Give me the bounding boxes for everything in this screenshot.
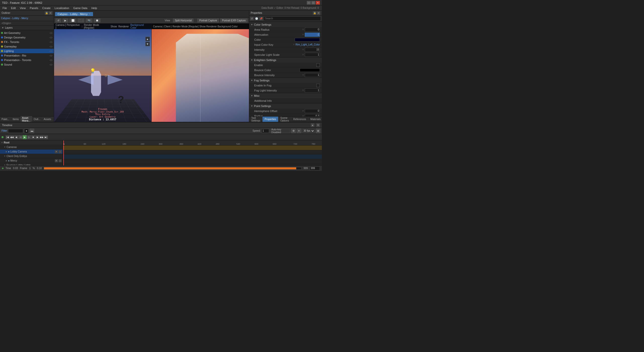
renderer-button[interactable]: Renderer [118, 25, 129, 28]
layer-sound[interactable]: Sound ◁▷ [0, 62, 54, 67]
timeline-expand-button[interactable]: ▲ [311, 123, 314, 127]
props-lock-button[interactable]: 🔒 [313, 11, 316, 15]
outliner-close-button[interactable]: ✕ [49, 11, 52, 15]
menu-create[interactable]: Create [41, 6, 52, 10]
vp-nav-up[interactable]: ▲ [145, 37, 150, 41]
timeline-end-input[interactable] [310, 166, 320, 170]
vp-toolbar-icon-6[interactable]: 🔲 [94, 19, 100, 22]
area-radius-input[interactable] [305, 28, 320, 32]
fog-light-intensity-input[interactable] [305, 88, 320, 92]
tl-btn-5[interactable]: ⊞ [316, 129, 320, 133]
layer-presentation-toronto[interactable]: Presentation - Toronto ◁▷ [0, 58, 54, 62]
intensity-input[interactable] [305, 48, 320, 52]
filter-label[interactable]: Filter [2, 129, 7, 132]
transport-play[interactable]: ▶ [23, 135, 27, 139]
layer-lighting[interactable]: Lighting ◁▷ [0, 49, 54, 53]
show-button[interactable]: Show [111, 25, 117, 28]
fog-settings-header[interactable]: ▼ Fog Settings [249, 78, 322, 83]
filter-input[interactable] [8, 129, 23, 133]
menu-edit[interactable]: Edit [10, 6, 17, 10]
tab-asset-manager[interactable]: Asset Mana... [21, 116, 32, 122]
portrait-capture-button[interactable]: Portrait Capture [197, 19, 219, 22]
vp-toolbar-icon-4[interactable]: ⬛ [78, 19, 84, 22]
props-tab-tool-settings[interactable]: Tool Settings [249, 117, 263, 122]
enlighten-enable-checkbox[interactable] [316, 63, 320, 67]
input-color-key-value[interactable]: Rim_Light_Left_Color [295, 43, 320, 46]
viewport-3d[interactable]: Camera [ Perspective ] | Render Mode [Re… [54, 24, 152, 122]
vp-toolbar-icon-3[interactable]: ⬜ [70, 19, 76, 22]
props-history-button[interactable]: 🕐 [255, 17, 258, 20]
props-tab-scene-options[interactable]: Scene Options [278, 117, 291, 122]
tab-palette[interactable]: Palet... [0, 117, 11, 121]
tl-btn-2[interactable]: ▬ [30, 129, 34, 133]
track-remove-key[interactable]: - [59, 150, 62, 153]
point-settings-header[interactable]: ▼ Point Settings [249, 104, 322, 109]
tl-btn-4[interactable]: ≡ [297, 129, 301, 133]
menu-panels[interactable]: Panels [28, 6, 40, 10]
portrait-exr-button[interactable]: Portrait EXR Capture [220, 19, 247, 22]
enable-in-fog-checkbox[interactable] [316, 84, 320, 87]
track-lobby-camera[interactable]: ▶ ● Lobby Camera + - [0, 149, 63, 154]
menu-help[interactable]: Help [90, 6, 99, 10]
vp-toolbar-icon-1[interactable]: ↺ [56, 19, 61, 22]
auto-key-dropdown[interactable]: Auto-key Disabled [270, 129, 290, 133]
transport-stop[interactable]: ■ [31, 135, 35, 139]
props-tab-references[interactable]: References [291, 117, 308, 122]
transport-next[interactable]: ▷ [27, 135, 31, 139]
hemisphere-offset-input[interactable] [305, 109, 320, 113]
speed-input[interactable] [262, 129, 269, 133]
timeline-close-button[interactable]: ✕ [316, 123, 320, 127]
layer-fx-toronto[interactable]: FX - Toronto ◁▷ [0, 40, 54, 44]
tab-items[interactable]: Items [11, 117, 20, 121]
menu-game-data[interactable]: Game Data [72, 6, 89, 10]
transport-prev[interactable]: ◁ [18, 135, 22, 139]
menu-file[interactable]: File [1, 6, 9, 10]
transport-prev-frame[interactable]: ◀ [14, 135, 18, 139]
transport-prev-key[interactable]: ◀◀ [10, 135, 14, 139]
bg-color-button[interactable]: Background Color [130, 24, 150, 29]
misc-header[interactable]: ▼ Misc [249, 93, 322, 98]
color-settings-header[interactable]: ▼ Color Settings [249, 22, 322, 27]
props-close-button[interactable]: ✕ [317, 11, 320, 15]
layer-art-geometry[interactable]: Art Geometry ◁▷ [0, 31, 54, 35]
bounce-intensity-input[interactable] [305, 73, 320, 77]
properties-search-input[interactable] [264, 16, 321, 21]
outliner-lock-button[interactable]: 🔒 [45, 11, 48, 15]
attenuation-input[interactable] [305, 33, 320, 37]
props-tab-materials[interactable]: Materials [308, 117, 322, 122]
props-refresh-button[interactable]: ↺ [250, 17, 254, 20]
track-mercy-remove[interactable]: - [59, 159, 62, 162]
viewport-tab-main[interactable]: Calypso - Lobby - Mercy ✕ [55, 12, 93, 16]
track-mercy[interactable]: ▶ ● Mercy + - [0, 159, 63, 163]
vp-toolbar-icon-5[interactable]: 📷 [86, 19, 92, 22]
timeline-scrollbar[interactable] [44, 167, 302, 170]
split-mode-button[interactable]: Split Horizontal [173, 19, 193, 22]
tab-assets[interactable]: Assets [42, 117, 53, 121]
tl-btn-3[interactable]: ⚙ [291, 129, 296, 133]
viewport-tab-close[interactable]: ✕ [89, 13, 91, 15]
enlighten-settings-header[interactable]: ▼ Enlighten Settings [249, 58, 322, 63]
menu-view[interactable]: View [18, 6, 27, 10]
maximize-button[interactable]: □ [311, 1, 315, 5]
transport-end[interactable]: ▶| [44, 135, 48, 139]
transport-next-key[interactable]: ▶▶ [40, 135, 44, 139]
layer-design-geometry[interactable]: Design Geometry ◁▷ [0, 35, 54, 40]
layer-presentation-rio[interactable]: Presentation - Rio ◁▷ [0, 53, 54, 58]
timeline-main-area[interactable]: 1 60 120 180 240 300 360 420 480 540 600… [63, 140, 322, 165]
viewport-portrait[interactable]: Camera | Client | Render Mode [Regular] … [152, 24, 249, 122]
bounce-color-swatch[interactable] [300, 68, 320, 72]
transport-start[interactable]: |◀ [6, 135, 10, 139]
menu-localization[interactable]: Localization [53, 6, 71, 10]
specular-scale-input[interactable] [305, 53, 320, 57]
track-add-key[interactable]: + [55, 150, 58, 153]
tab-outliner[interactable]: Outl... [32, 117, 42, 121]
outliner-tab-parent[interactable]: Calypso - Lobby - Mercy [1, 17, 28, 20]
close-button[interactable]: ✕ [316, 1, 320, 5]
radius-input[interactable] [305, 114, 320, 117]
fps-select[interactable]: 30 fps [302, 129, 315, 133]
color-swatch[interactable] [295, 38, 320, 41]
vp-toolbar-icon-2[interactable]: ▶ [63, 19, 68, 22]
props-tab-properties[interactable]: Properties [263, 117, 278, 122]
layer-gameplay[interactable]: Gameplay ◁▷ [0, 44, 54, 49]
props-pin-button[interactable]: 📌 [259, 17, 263, 20]
